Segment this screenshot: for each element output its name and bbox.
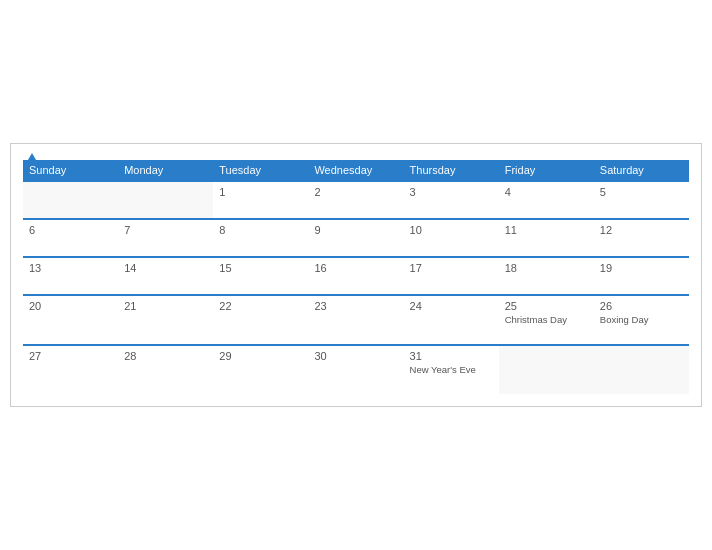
calendar-cell: 31New Year's Eve xyxy=(404,345,499,394)
table-row: 2728293031New Year's Eve xyxy=(23,345,689,394)
weekday-header: Monday xyxy=(118,160,213,181)
calendar-cell: 13 xyxy=(23,257,118,295)
calendar-cell: 12 xyxy=(594,219,689,257)
weekday-header: Saturday xyxy=(594,160,689,181)
calendar-cell xyxy=(499,345,594,394)
day-number: 23 xyxy=(314,300,397,312)
day-number: 3 xyxy=(410,186,493,198)
holiday-name: Christmas Day xyxy=(505,314,588,326)
day-number: 16 xyxy=(314,262,397,274)
calendar-cell: 11 xyxy=(499,219,594,257)
calendar-cell: 5 xyxy=(594,181,689,219)
table-row: 12345 xyxy=(23,181,689,219)
day-number: 21 xyxy=(124,300,207,312)
day-number: 8 xyxy=(219,224,302,236)
day-number: 30 xyxy=(314,350,397,362)
calendar-cell: 3 xyxy=(404,181,499,219)
day-number: 4 xyxy=(505,186,588,198)
day-number: 19 xyxy=(600,262,683,274)
logo xyxy=(23,154,39,166)
weekday-header-row: SundayMondayTuesdayWednesdayThursdayFrid… xyxy=(23,160,689,181)
day-number: 5 xyxy=(600,186,683,198)
calendar-cell: 26Boxing Day xyxy=(594,295,689,345)
day-number: 10 xyxy=(410,224,493,236)
calendar-cell: 15 xyxy=(213,257,308,295)
calendar-cell: 21 xyxy=(118,295,213,345)
calendar-cell: 9 xyxy=(308,219,403,257)
calendar-cell xyxy=(594,345,689,394)
day-number: 28 xyxy=(124,350,207,362)
table-row: 6789101112 xyxy=(23,219,689,257)
day-number: 12 xyxy=(600,224,683,236)
calendar-cell: 27 xyxy=(23,345,118,394)
day-number: 18 xyxy=(505,262,588,274)
calendar-cell: 17 xyxy=(404,257,499,295)
day-number: 13 xyxy=(29,262,112,274)
day-number: 20 xyxy=(29,300,112,312)
day-number: 2 xyxy=(314,186,397,198)
day-number: 29 xyxy=(219,350,302,362)
calendar-table: SundayMondayTuesdayWednesdayThursdayFrid… xyxy=(23,160,689,395)
day-number: 1 xyxy=(219,186,302,198)
calendar-cell: 19 xyxy=(594,257,689,295)
calendar-cell xyxy=(118,181,213,219)
calendar-cell: 8 xyxy=(213,219,308,257)
logo-triangle-icon xyxy=(25,153,39,165)
calendar-cell: 6 xyxy=(23,219,118,257)
calendar-cell: 16 xyxy=(308,257,403,295)
weekday-header: Thursday xyxy=(404,160,499,181)
calendar-cell: 4 xyxy=(499,181,594,219)
calendar-cell: 28 xyxy=(118,345,213,394)
calendar-cell: 18 xyxy=(499,257,594,295)
calendar-cell: 2 xyxy=(308,181,403,219)
calendar-cell: 29 xyxy=(213,345,308,394)
holiday-name: New Year's Eve xyxy=(410,364,493,376)
calendar-cell: 30 xyxy=(308,345,403,394)
day-number: 6 xyxy=(29,224,112,236)
day-number: 17 xyxy=(410,262,493,274)
day-number: 9 xyxy=(314,224,397,236)
table-row: 13141516171819 xyxy=(23,257,689,295)
calendar-cell: 24 xyxy=(404,295,499,345)
day-number: 22 xyxy=(219,300,302,312)
calendar-cell: 22 xyxy=(213,295,308,345)
weekday-header: Tuesday xyxy=(213,160,308,181)
calendar-cell: 7 xyxy=(118,219,213,257)
calendar-cell: 10 xyxy=(404,219,499,257)
day-number: 27 xyxy=(29,350,112,362)
day-number: 25 xyxy=(505,300,588,312)
day-number: 26 xyxy=(600,300,683,312)
weekday-header: Friday xyxy=(499,160,594,181)
weekday-header: Wednesday xyxy=(308,160,403,181)
calendar-cell: 25Christmas Day xyxy=(499,295,594,345)
calendar-cell xyxy=(23,181,118,219)
calendar-cell: 14 xyxy=(118,257,213,295)
day-number: 31 xyxy=(410,350,493,362)
logo-row xyxy=(23,154,39,166)
table-row: 202122232425Christmas Day26Boxing Day xyxy=(23,295,689,345)
day-number: 11 xyxy=(505,224,588,236)
calendar-cell: 1 xyxy=(213,181,308,219)
day-number: 24 xyxy=(410,300,493,312)
day-number: 7 xyxy=(124,224,207,236)
day-number: 14 xyxy=(124,262,207,274)
calendar-cell: 20 xyxy=(23,295,118,345)
calendar-cell: 23 xyxy=(308,295,403,345)
calendar-wrapper: SundayMondayTuesdayWednesdayThursdayFrid… xyxy=(10,143,702,408)
holiday-name: Boxing Day xyxy=(600,314,683,326)
day-number: 15 xyxy=(219,262,302,274)
